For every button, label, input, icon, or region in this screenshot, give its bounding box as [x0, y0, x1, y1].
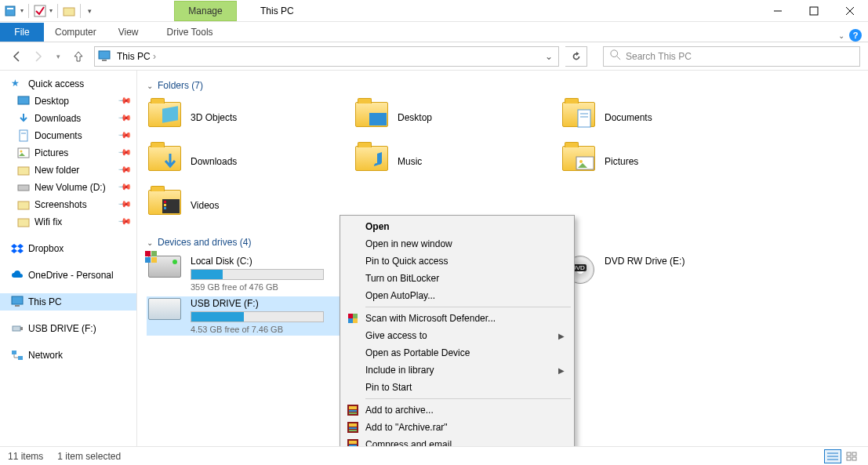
context-menu-label: Include in library [365, 365, 434, 376]
tab-computer[interactable]: Computer [44, 23, 107, 42]
nav-pinned-item[interactable]: Desktop 📌 [0, 93, 136, 110]
manage-contextual-tab[interactable]: Manage [174, 1, 237, 21]
drive-label: Local Disk (C:) [191, 256, 341, 267]
search-icon [610, 49, 621, 63]
forward-button[interactable] [28, 47, 47, 66]
folder-item[interactable]: Desktop [354, 97, 550, 138]
context-menu-separator [365, 307, 571, 307]
drive-item[interactable]: DVD RW Drive (E:) [561, 254, 757, 293]
address-bar[interactable]: This PC › ⌄ [94, 46, 559, 67]
properties-icon[interactable] [5, 5, 17, 17]
nav-dropbox[interactable]: Dropbox [0, 240, 136, 257]
svg-rect-53 [349, 430, 357, 431]
svg-rect-9 [102, 60, 107, 61]
recent-locations-button[interactable]: ▾ [49, 47, 67, 66]
context-menu-item[interactable]: Open in new window [342, 235, 572, 252]
view-large-icons-button[interactable] [843, 449, 860, 463]
nav-pinned-item[interactable]: Pictures 📌 [0, 144, 136, 162]
svg-rect-3 [64, 8, 74, 16]
drive-label: USB DRIVE (F:) [191, 298, 341, 309]
svg-rect-21 [12, 296, 23, 304]
context-menu-item[interactable]: Include in library▶ [342, 361, 572, 379]
context-menu-item[interactable]: Compress and email... [342, 436, 572, 446]
nav-pinned-item[interactable]: New folder 📌 [0, 162, 136, 179]
drive-icon [17, 181, 30, 194]
qat-chevron-icon[interactable]: ▾ [49, 7, 53, 14]
rar-icon [347, 438, 359, 446]
nav-pinned-item[interactable]: New Volume (D:) 📌 [0, 179, 136, 196]
collapse-ribbon-icon[interactable]: ⌄ [838, 31, 844, 40]
star-icon: ★ [11, 78, 24, 90]
nav-this-pc[interactable]: This PC [0, 293, 136, 311]
nav-pinned-item[interactable]: Screenshots 📌 [0, 196, 136, 213]
context-menu-item[interactable]: Open [342, 218, 572, 235]
maximize-button[interactable] [796, 0, 832, 22]
svg-rect-49 [349, 412, 357, 414]
navigation-pane: ★Quick access Desktop 📌 Downloads 📌 Docu… [0, 71, 137, 446]
nav-network[interactable]: Network [0, 347, 136, 364]
nav-pinned-item[interactable]: Wifi fix 📌 [0, 213, 136, 231]
folder-label: Pictures [605, 156, 638, 167]
context-menu-item[interactable]: Open as Portable Device [342, 344, 572, 361]
nav-onedrive[interactable]: OneDrive - Personal [0, 267, 136, 284]
search-placeholder: Search This PC [626, 51, 692, 62]
view-details-button[interactable] [824, 449, 841, 463]
window-title: This PC [260, 5, 294, 16]
context-menu-item[interactable]: Open AutoPlay... [342, 287, 572, 304]
folder-item[interactable]: Documents [561, 97, 757, 138]
context-menu-item[interactable]: Pin to Quick access [342, 252, 572, 270]
svg-rect-43 [353, 314, 358, 318]
drive-item[interactable]: Local Disk (C:) 359 GB free of 476 GB [147, 254, 343, 293]
folder-icon [148, 102, 184, 133]
folder-item[interactable]: Music [354, 141, 550, 182]
folder-item[interactable]: 3D Objects [147, 97, 343, 138]
folder-icon [148, 146, 184, 177]
nav-pinned-item[interactable]: Documents 📌 [0, 127, 136, 144]
drive-item[interactable]: USB DRIVE (F:) 4.53 GB free of 7.46 GB [147, 296, 343, 336]
new-folder-icon[interactable] [63, 5, 75, 17]
pin-icon: 📌 [118, 127, 135, 144]
file-tab[interactable]: File [0, 23, 44, 42]
nav-pinned-item[interactable]: Downloads 📌 [0, 110, 136, 127]
context-menu-label: Open [365, 221, 390, 232]
nav-usb-drive[interactable]: USB DRIVE (F:) [0, 320, 136, 337]
breadcrumb[interactable]: This PC › [117, 51, 156, 62]
address-dropdown-icon[interactable]: ⌄ [543, 51, 555, 62]
folder-label: Desktop [398, 112, 432, 123]
nav-quick-access[interactable]: ★Quick access [0, 75, 136, 93]
context-menu-item[interactable]: Add to "Archive.rar" [342, 419, 572, 436]
folder-label: Downloads [191, 156, 237, 167]
folder-icon [17, 95, 30, 107]
svg-rect-18 [18, 185, 29, 191]
svg-rect-42 [348, 314, 353, 318]
back-button[interactable] [8, 47, 27, 66]
folder-item[interactable]: Downloads [147, 141, 343, 182]
checkbox-icon[interactable] [34, 5, 46, 17]
context-menu-item[interactable]: Scan with Microsoft Defender... [342, 310, 572, 327]
context-menu-label: Pin to Start [365, 382, 412, 393]
context-menu-item[interactable]: Give access to▶ [342, 327, 572, 344]
tab-drive-tools[interactable]: Drive Tools [158, 23, 220, 42]
close-button[interactable] [832, 0, 868, 22]
drive-icon [148, 298, 184, 329]
help-icon[interactable]: ? [849, 29, 862, 42]
svg-rect-44 [348, 318, 353, 323]
context-menu-item[interactable]: Pin to Start [342, 379, 572, 396]
svg-rect-0 [5, 6, 15, 16]
up-button[interactable] [69, 47, 88, 66]
svg-rect-20 [18, 219, 29, 227]
qat-customize-icon[interactable]: ▾ [85, 7, 94, 15]
context-menu-item[interactable]: Add to archive... [342, 401, 572, 419]
svg-rect-65 [847, 452, 851, 456]
drive-label: DVD RW Drive (E:) [605, 256, 755, 267]
pin-icon: 📌 [118, 162, 135, 179]
group-header-folders[interactable]: ⌄Folders (7) [147, 80, 859, 91]
refresh-button[interactable] [565, 46, 587, 67]
folder-item[interactable]: Pictures [561, 141, 757, 182]
search-input[interactable]: Search This PC [603, 46, 860, 67]
qat-chevron-icon[interactable]: ▾ [20, 7, 24, 14]
folder-item[interactable]: Videos [147, 185, 343, 226]
tab-view[interactable]: View [107, 23, 150, 42]
minimize-button[interactable] [760, 0, 796, 22]
context-menu-item[interactable]: Turn on BitLocker [342, 270, 572, 287]
